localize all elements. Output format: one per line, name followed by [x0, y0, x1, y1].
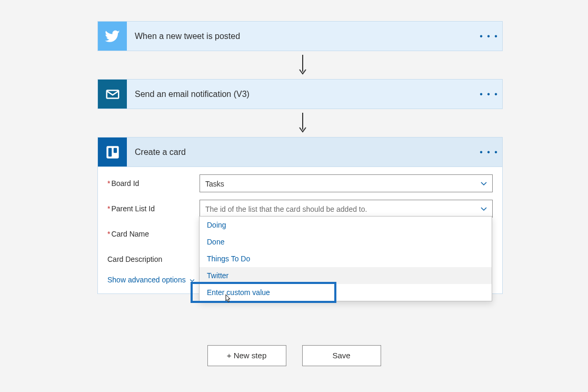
parent-list-id-select[interactable]: The id of the list that the card should … — [200, 200, 493, 218]
chevron-down-icon — [189, 277, 195, 283]
mail-icon — [98, 80, 127, 109]
dropdown-option[interactable]: Done — [200, 233, 492, 250]
step-card-trigger[interactable]: When a new tweet is posted • • • — [97, 21, 503, 51]
field-label-parent-list: *Parent List Id — [107, 204, 200, 213]
new-step-button[interactable]: + New step — [207, 345, 286, 366]
svg-rect-3 — [106, 146, 118, 158]
flow-arrow — [297, 53, 308, 76]
step-title-email: Send an email notification (V3) — [127, 90, 476, 99]
trello-icon — [98, 138, 127, 166]
field-label-card-name: *Card Name — [107, 230, 200, 238]
twitter-icon — [98, 22, 127, 51]
step-menu-button[interactable]: • • • — [476, 32, 502, 41]
step-header-trello[interactable]: Create a card • • • — [97, 137, 503, 167]
field-row-parent-list: *Parent List Id The id of the list that … — [107, 200, 493, 218]
field-label-card-desc: Card Description — [107, 255, 200, 263]
step-menu-button[interactable]: • • • — [476, 90, 502, 99]
parent-list-dropdown[interactable]: Doing Done Things To Do Twitter Enter cu… — [199, 216, 492, 301]
bottom-button-bar: + New step Save — [0, 345, 588, 366]
show-advanced-options-link[interactable]: Show advanced options — [107, 276, 195, 284]
board-id-select[interactable]: Tasks — [200, 174, 493, 192]
step-card-email[interactable]: Send an email notification (V3) • • • — [97, 79, 503, 109]
svg-rect-4 — [108, 148, 111, 156]
step-title-trello: Create a card — [127, 148, 476, 157]
dropdown-option-custom[interactable]: Enter custom value — [200, 284, 492, 301]
dropdown-option[interactable]: Twitter — [200, 267, 492, 284]
flow-arrow — [297, 111, 308, 134]
save-button[interactable]: Save — [302, 345, 381, 366]
step-title-trigger: When a new tweet is posted — [127, 32, 476, 41]
chevron-down-icon — [480, 204, 488, 213]
chevron-down-icon — [480, 179, 488, 188]
field-row-board: *Board Id Tasks — [107, 174, 493, 192]
step-menu-button[interactable]: • • • — [476, 148, 502, 157]
dropdown-option[interactable]: Things To Do — [200, 250, 492, 267]
field-label-board: *Board Id — [107, 179, 200, 188]
svg-rect-5 — [113, 148, 116, 152]
dropdown-option[interactable]: Doing — [200, 217, 492, 233]
